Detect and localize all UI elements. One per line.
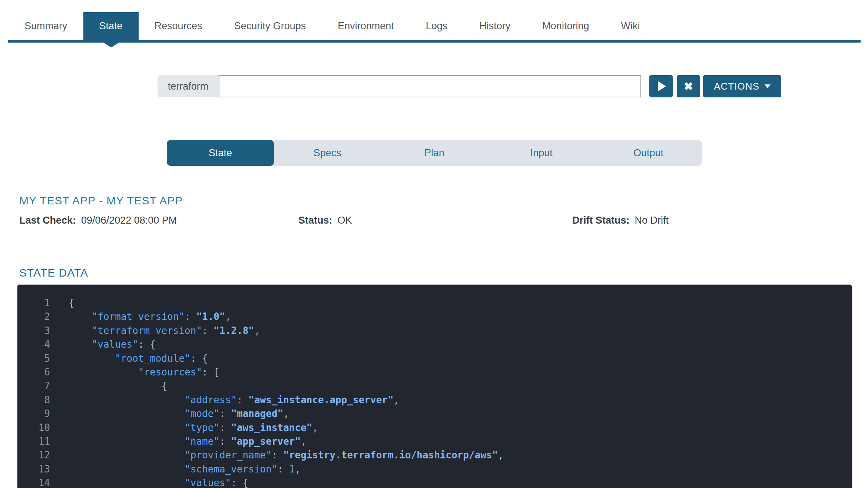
line-number: 13 [17,462,50,476]
tab-underline [8,40,861,43]
code-lines: 1{2 "format_version": "1.0",3 "terraform… [17,296,852,488]
code-line: 8 "address": "aws_instance.app_server", [17,393,852,407]
tab-state[interactable]: State [83,12,139,40]
code-line: 10 "type": "aws_instance", [17,421,852,435]
sub-tab-input[interactable]: Input [488,140,595,166]
drift-status-label: Drift Status: [572,215,630,226]
sub-tab-plan[interactable]: Plan [381,140,488,166]
code-line: 6 "resources": [ [17,365,852,379]
status: Status:OK [298,215,352,226]
line-number: 8 [17,393,50,407]
tab-bar: SummaryStateResourcesSecurity GroupsEnvi… [9,12,656,40]
code-line: 12 "provider_name": "registry.terraform.… [17,448,852,462]
line-number: 6 [17,365,50,379]
status-label: Status: [298,215,332,226]
line-number: 10 [17,421,50,435]
code-line: 7 { [17,379,852,393]
tab-summary[interactable]: Summary [9,12,83,40]
chevron-down-icon [765,84,771,88]
status-value: OK [338,215,352,226]
code-line: 9 "mode": "managed", [17,407,852,421]
line-number: 7 [17,379,50,393]
run-button[interactable] [649,75,673,97]
tab-monitoring[interactable]: Monitoring [526,12,605,40]
code-line: 3 "terraform_version": "1.2.8", [17,324,852,338]
active-tab-pointer-icon [103,43,119,47]
code-line: 14 "values": { [17,476,852,488]
command-bar: terraform ✖ ACTIONS [0,75,868,97]
tab-history[interactable]: History [463,12,526,40]
line-number: 12 [17,448,50,462]
line-number: 5 [17,352,50,365]
clear-button[interactable]: ✖ [677,75,700,97]
line-number: 11 [17,435,50,448]
state-data-code-block[interactable]: 1{2 "format_version": "1.0",3 "terraform… [17,284,852,488]
last-check-value: 09/06/2022 08:00 PM [81,215,177,226]
code-line: 11 "name": "app_server", [17,435,852,448]
sub-tab-output[interactable]: Output [595,140,702,166]
play-icon [658,81,666,91]
tab-logs[interactable]: Logs [410,12,464,40]
sub-tab-bar: StateSpecsPlanInputOutput [167,140,702,166]
tab-wiki[interactable]: Wiki [605,12,656,40]
page: { "tabs": { "items": [ {"label": "Summar… [0,0,868,488]
tab-security-groups[interactable]: Security Groups [218,12,322,40]
last-check-label: Last Check: [19,215,76,226]
last-check: Last Check:09/06/2022 08:00 PM [19,215,177,226]
x-icon: ✖ [684,80,693,93]
tab-resources[interactable]: Resources [139,12,218,40]
drift-status-value: No Drift [635,215,669,226]
sub-tab-state[interactable]: State [167,140,274,166]
actions-dropdown-button[interactable]: ACTIONS [703,75,781,97]
line-number: 9 [17,407,50,421]
code-line: 4 "values": { [17,338,852,351]
line-number: 4 [17,338,50,351]
tab-environment[interactable]: Environment [322,12,410,40]
code-line: 5 "root_module": { [17,352,852,365]
line-number: 1 [17,296,50,310]
code-line: 1{ [17,296,852,310]
sub-tab-specs[interactable]: Specs [274,140,381,166]
line-number: 14 [17,476,50,488]
state-data-heading: STATE DATA [19,267,88,279]
code-line: 2 "format_version": "1.0", [17,310,852,324]
actions-label: ACTIONS [714,81,759,92]
line-number: 2 [17,310,50,324]
terraform-prefix-label: terraform [158,75,219,97]
page-title: MY TEST APP - MY TEST APP [19,194,183,207]
code-line: 13 "schema_version": 1, [17,462,852,476]
line-number: 3 [17,324,50,338]
drift-status: Drift Status:No Drift [572,215,669,226]
command-input[interactable] [219,75,641,97]
